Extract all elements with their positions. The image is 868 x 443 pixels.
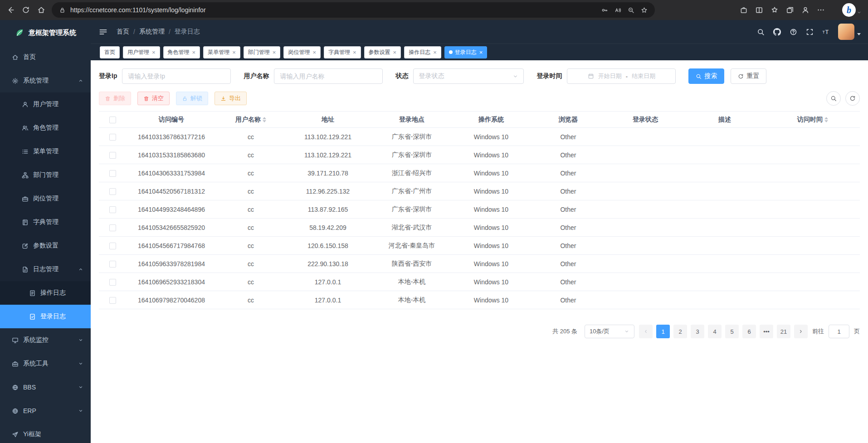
close-tab-icon[interactable]: × <box>152 49 156 55</box>
extensions-icon[interactable] <box>740 6 748 14</box>
sort-carets-icon[interactable] <box>824 117 828 122</box>
avatar[interactable] <box>838 24 854 40</box>
profile-icon[interactable] <box>801 6 809 14</box>
search-button[interactable]: 搜索 <box>688 68 724 84</box>
status-select[interactable]: 登录状态 <box>413 68 524 84</box>
tab-item[interactable]: 部门管理× <box>244 46 281 58</box>
chevron-down-icon[interactable] <box>857 10 862 15</box>
page-button[interactable]: 5 <box>725 325 739 338</box>
tab-item[interactable]: 操作日志× <box>404 46 441 58</box>
close-tab-icon[interactable]: × <box>232 49 236 55</box>
sidebar-item[interactable]: 字典管理 <box>0 210 91 234</box>
search-icon[interactable] <box>757 28 765 36</box>
reset-button[interactable]: 重置 <box>731 68 766 84</box>
search-tool-button[interactable] <box>826 91 841 106</box>
previous-page-button[interactable] <box>639 325 653 338</box>
row-checkbox[interactable] <box>109 297 116 304</box>
sidebar-item[interactable]: Yi框架 <box>0 423 91 443</box>
read-aloud-icon[interactable] <box>614 7 621 14</box>
row-checkbox[interactable] <box>109 261 116 268</box>
close-tab-icon[interactable]: × <box>192 49 196 55</box>
sidebar-item[interactable]: 首页 <box>0 45 91 69</box>
close-tab-icon[interactable]: × <box>479 49 483 55</box>
sidebar-item[interactable]: 参数设置 <box>0 234 91 258</box>
tab-item[interactable]: 参数设置× <box>364 46 401 58</box>
goto-page-input[interactable] <box>829 325 849 338</box>
sidebar-item[interactable]: 菜单管理 <box>0 140 91 163</box>
key-icon[interactable] <box>601 7 608 14</box>
tab-item[interactable]: 角色管理× <box>163 46 200 58</box>
address-bar[interactable]: https://ccnetcore.com:1101/system/log/lo… <box>52 2 655 18</box>
breadcrumb-item[interactable]: 系统管理 <box>139 28 165 36</box>
close-tab-icon[interactable]: × <box>433 49 437 55</box>
close-tab-icon[interactable]: × <box>353 49 356 55</box>
sidebar-item[interactable]: 登录日志 <box>0 305 91 328</box>
row-checkbox[interactable] <box>109 206 116 213</box>
question-icon[interactable] <box>790 28 797 36</box>
sidebar-item[interactable]: 系统监控 <box>0 328 91 352</box>
sidebar-item[interactable]: 系统管理 <box>0 69 91 92</box>
close-tab-icon[interactable]: × <box>312 49 316 55</box>
table-column-header[interactable]: 用户名称 <box>217 112 285 128</box>
user-name-input[interactable] <box>274 68 383 84</box>
tab-item[interactable]: 用户管理× <box>123 46 160 58</box>
tab-active[interactable]: 登录日志× <box>444 46 488 58</box>
login-time-range-picker[interactable]: 开始日期 - 结束日期 <box>567 68 676 84</box>
page-size-select[interactable]: 10条/页 <box>585 325 634 338</box>
sidebar-item[interactable]: 操作日志 <box>0 281 91 305</box>
copilot-button[interactable]: b <box>842 3 856 17</box>
table-column-header[interactable]: 访问时间 <box>766 112 860 128</box>
row-checkbox[interactable] <box>109 188 116 195</box>
sidebar-item[interactable]: ERP <box>0 399 91 423</box>
next-page-button[interactable] <box>794 325 808 338</box>
zoom-out-icon[interactable] <box>628 7 634 14</box>
row-checkbox[interactable] <box>109 134 116 141</box>
font-size-icon[interactable]: TT <box>822 28 830 36</box>
sidebar-item[interactable]: 角色管理 <box>0 116 91 140</box>
page-button[interactable]: 6 <box>742 325 756 338</box>
sort-carets-icon[interactable] <box>263 117 266 122</box>
refresh-icon[interactable] <box>22 6 30 14</box>
tab-item[interactable]: 岗位管理× <box>283 46 321 58</box>
row-checkbox[interactable] <box>109 243 116 249</box>
tab-item[interactable]: 字典管理× <box>324 46 361 58</box>
fullscreen-icon[interactable] <box>806 28 814 36</box>
tab-item[interactable]: 菜单管理× <box>203 46 240 58</box>
row-checkbox[interactable] <box>109 152 116 159</box>
sidebar-item[interactable]: 系统工具 <box>0 352 91 375</box>
breadcrumb-item[interactable]: 首页 <box>117 28 129 36</box>
sidebar-item[interactable]: 用户管理 <box>0 92 91 116</box>
page-button[interactable]: 2 <box>673 325 687 338</box>
page-button[interactable]: 3 <box>691 325 704 338</box>
tab-item[interactable]: 首页 <box>100 46 120 58</box>
delete-button[interactable]: 删除 <box>99 92 131 105</box>
hamburger-icon[interactable] <box>99 28 107 36</box>
row-checkbox[interactable] <box>109 170 116 177</box>
sidebar-item[interactable]: 岗位管理 <box>0 187 91 210</box>
select-all-checkbox[interactable] <box>109 117 116 123</box>
page-button[interactable]: 4 <box>708 325 722 338</box>
back-icon[interactable] <box>6 6 15 14</box>
more-icon[interactable] <box>817 6 825 14</box>
page-button[interactable]: 21 <box>777 325 790 338</box>
export-button[interactable]: 导出 <box>215 92 247 105</box>
collections-icon[interactable] <box>786 6 794 14</box>
home-icon[interactable] <box>37 6 45 14</box>
page-button[interactable]: 1 <box>656 325 670 338</box>
unlock-button[interactable]: 解锁 <box>176 92 208 105</box>
refresh-tool-button[interactable] <box>845 91 860 106</box>
login-ip-input[interactable] <box>122 68 231 84</box>
close-tab-icon[interactable]: × <box>273 49 276 55</box>
pager-ellipsis[interactable]: ••• <box>760 325 773 338</box>
clear-button[interactable]: 清空 <box>137 92 170 105</box>
split-screen-icon[interactable] <box>755 6 763 14</box>
sidebar-item[interactable]: 部门管理 <box>0 163 91 187</box>
github-icon[interactable] <box>773 28 781 36</box>
row-checkbox[interactable] <box>109 224 116 231</box>
favorites-icon[interactable] <box>770 6 779 14</box>
sidebar-item[interactable]: 日志管理 <box>0 258 91 281</box>
sidebar-item[interactable]: BBS <box>0 375 91 399</box>
row-checkbox[interactable] <box>109 279 116 286</box>
favorite-star-icon[interactable] <box>641 7 648 14</box>
close-tab-icon[interactable]: × <box>393 49 397 55</box>
